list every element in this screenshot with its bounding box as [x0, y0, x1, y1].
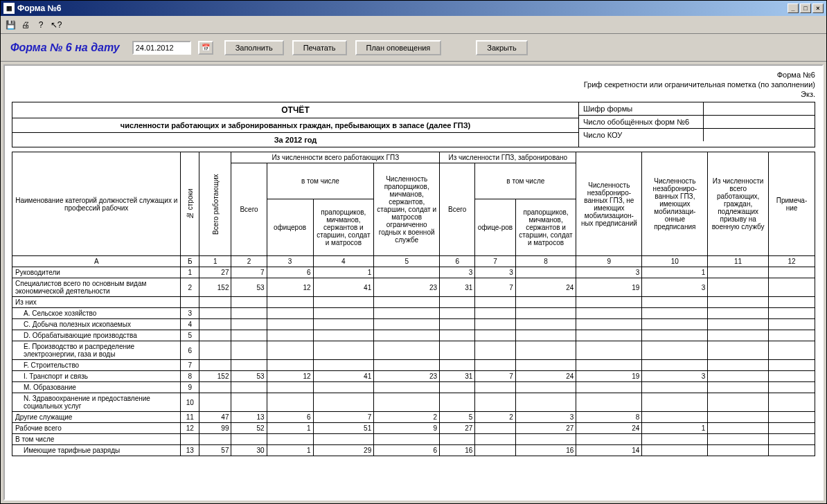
table-cell[interactable]: 11 — [181, 412, 199, 423]
table-cell[interactable] — [313, 341, 374, 360]
table-cell[interactable] — [313, 382, 374, 393]
table-cell[interactable] — [374, 382, 440, 393]
table-cell[interactable]: N. Здравоохранение и предоставление соци… — [12, 393, 181, 412]
table-cell[interactable]: 1 — [181, 267, 199, 278]
table-cell[interactable] — [267, 308, 313, 319]
table-cell[interactable] — [768, 297, 815, 308]
table-cell[interactable] — [313, 308, 374, 319]
table-cell[interactable] — [440, 393, 475, 412]
table-cell[interactable]: 3 — [642, 371, 708, 382]
table-cell[interactable] — [374, 393, 440, 412]
table-cell[interactable]: 27 — [515, 423, 576, 434]
table-cell[interactable]: Специалистов всего по основным видам эко… — [12, 278, 181, 297]
table-cell[interactable]: 3 — [475, 267, 515, 278]
table-cell[interactable] — [708, 308, 769, 319]
table-row[interactable]: Из них — [12, 297, 815, 308]
table-cell[interactable] — [199, 330, 231, 341]
table-cell[interactable] — [199, 393, 231, 412]
table-cell[interactable] — [708, 393, 769, 412]
table-row[interactable]: Имеющие тарифные разряды1357301296161614 — [12, 445, 815, 456]
table-cell[interactable] — [642, 330, 708, 341]
table-cell[interactable] — [475, 393, 515, 412]
table-cell[interactable] — [181, 297, 199, 308]
table-cell[interactable] — [576, 297, 642, 308]
table-cell[interactable] — [768, 445, 815, 456]
table-cell[interactable] — [313, 393, 374, 412]
plan-button[interactable]: План оповещения — [355, 40, 442, 55]
table-cell[interactable]: 13 — [231, 412, 267, 423]
table-cell[interactable]: 7 — [313, 412, 374, 423]
table-cell[interactable] — [768, 360, 815, 371]
table-cell[interactable]: С. Добыча полезных ископаемых — [12, 319, 181, 330]
table-row[interactable]: Специалистов всего по основным видам эко… — [12, 278, 815, 297]
table-cell[interactable] — [768, 341, 815, 360]
table-cell[interactable]: Е. Производство и распределение электроэ… — [12, 341, 181, 360]
close-form-button[interactable]: Закрыть — [476, 40, 527, 55]
table-cell[interactable] — [267, 330, 313, 341]
table-cell[interactable]: 30 — [231, 445, 267, 456]
table-cell[interactable]: 6 — [267, 267, 313, 278]
table-cell[interactable] — [374, 360, 440, 371]
table-cell[interactable] — [515, 297, 576, 308]
table-row[interactable]: Рабочие всего12995215192727241 — [12, 423, 815, 434]
table-cell[interactable]: 47 — [199, 412, 231, 423]
table-cell[interactable] — [374, 297, 440, 308]
table-cell[interactable]: 51 — [313, 423, 374, 434]
table-cell[interactable]: Из них — [12, 297, 181, 308]
table-cell[interactable]: 3 — [576, 267, 642, 278]
table-cell[interactable] — [231, 341, 267, 360]
table-cell[interactable] — [267, 319, 313, 330]
table-row[interactable]: F. Строительство7 — [12, 360, 815, 371]
table-cell[interactable] — [515, 330, 576, 341]
table-cell[interactable] — [313, 360, 374, 371]
table-row[interactable]: D. Обрабатывающие производства5 — [12, 330, 815, 341]
table-cell[interactable] — [642, 297, 708, 308]
table-cell[interactable]: 4 — [181, 319, 199, 330]
table-cell[interactable] — [768, 330, 815, 341]
table-cell[interactable] — [515, 382, 576, 393]
table-cell[interactable] — [515, 267, 576, 278]
table-cell[interactable]: 8 — [181, 371, 199, 382]
table-cell[interactable] — [313, 434, 374, 445]
table-cell[interactable] — [576, 308, 642, 319]
table-cell[interactable]: 2 — [374, 412, 440, 423]
table-cell[interactable] — [440, 308, 475, 319]
table-cell[interactable]: 5 — [181, 330, 199, 341]
table-cell[interactable] — [708, 382, 769, 393]
table-cell[interactable] — [768, 267, 815, 278]
table-cell[interactable]: 2 — [475, 412, 515, 423]
table-cell[interactable] — [708, 341, 769, 360]
table-cell[interactable] — [267, 393, 313, 412]
table-cell[interactable]: 31 — [440, 371, 475, 382]
table-cell[interactable]: 29 — [313, 445, 374, 456]
table-cell[interactable]: 1 — [267, 445, 313, 456]
table-cell[interactable]: 31 — [440, 278, 475, 297]
table-cell[interactable] — [199, 382, 231, 393]
table-cell[interactable] — [642, 445, 708, 456]
table-cell[interactable]: 19 — [576, 371, 642, 382]
table-cell[interactable] — [515, 393, 576, 412]
table-cell[interactable] — [475, 382, 515, 393]
table-cell[interactable]: 7 — [475, 371, 515, 382]
table-cell[interactable] — [576, 393, 642, 412]
table-cell[interactable] — [708, 412, 769, 423]
table-cell[interactable]: В том числе — [12, 434, 181, 445]
table-cell[interactable] — [708, 297, 769, 308]
table-cell[interactable] — [642, 434, 708, 445]
table-cell[interactable] — [576, 341, 642, 360]
table-cell[interactable] — [708, 360, 769, 371]
table-cell[interactable]: 12 — [267, 278, 313, 297]
table-cell[interactable]: 16 — [515, 445, 576, 456]
table-cell[interactable] — [708, 319, 769, 330]
table-cell[interactable] — [313, 330, 374, 341]
table-cell[interactable] — [642, 412, 708, 423]
table-cell[interactable]: 12 — [181, 423, 199, 434]
table-cell[interactable] — [267, 360, 313, 371]
date-input[interactable] — [132, 41, 191, 55]
table-cell[interactable] — [768, 412, 815, 423]
table-cell[interactable] — [475, 360, 515, 371]
fill-button[interactable]: Заполнить — [224, 40, 284, 55]
table-cell[interactable]: I. Транспорт и связь — [12, 371, 181, 382]
table-cell[interactable]: 1 — [267, 423, 313, 434]
table-cell[interactable] — [267, 382, 313, 393]
